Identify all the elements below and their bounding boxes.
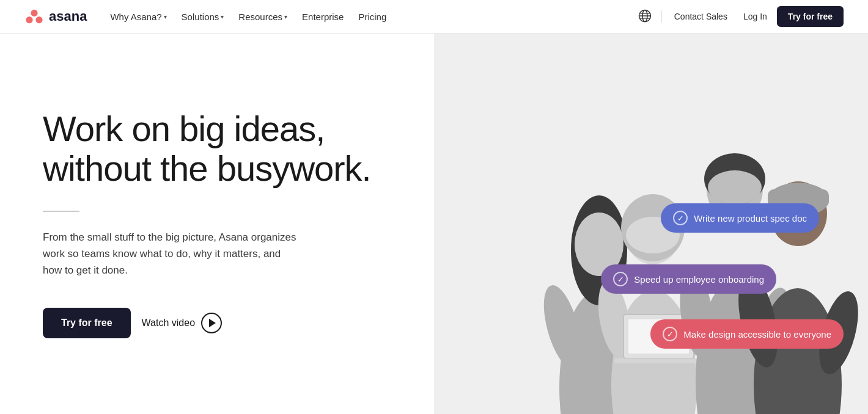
nav-item-resources[interactable]: Resources ▾ [232,8,293,26]
nav-item-pricing[interactable]: Pricing [352,8,392,26]
try-free-button[interactable]: Try for free [43,308,131,338]
login-button[interactable]: Log In [737,8,773,25]
svg-point-2 [35,16,42,23]
hero-divider [43,211,79,212]
globe-icon [638,9,652,23]
nav-divider [661,10,662,23]
navbar: asana Why Asana? ▾ Solutions ▾ Resources… [0,0,868,34]
svg-point-28 [708,170,762,205]
nav-item-why-asana[interactable]: Why Asana? ▾ [104,8,172,26]
task-badge-2: ✓ Speed up employee onboarding [601,264,776,294]
svg-point-1 [26,16,32,23]
hero-section: Work on big ideas, without the busywork.… [0,34,868,414]
chevron-down-icon: ▾ [284,13,287,20]
hero-right: ✓ Write new product spec doc ✓ Speed up … [434,34,868,414]
hero-left: Work on big ideas, without the busywork.… [0,34,434,414]
play-triangle [209,319,216,327]
chevron-down-icon: ▾ [164,13,167,20]
nav-try-free-button[interactable]: Try for free [777,6,844,27]
logo[interactable]: asana [24,7,87,26]
check-icon-2: ✓ [613,272,628,286]
nav-left: asana Why Asana? ▾ Solutions ▾ Resources… [24,7,392,26]
watch-video-button[interactable]: Watch video [142,313,222,333]
play-icon [201,313,222,333]
check-icon-3: ✓ [663,327,677,341]
nav-item-enterprise[interactable]: Enterprise [296,8,350,26]
logo-icon [24,7,44,26]
nav-right: Contact Sales Log In Try for free [634,5,844,28]
logo-text: asana [49,9,87,24]
language-button[interactable] [634,5,655,28]
contact-sales-button[interactable]: Contact Sales [668,8,734,25]
task-badge-1: ✓ Write new product spec doc [661,203,819,233]
check-icon-1: ✓ [673,211,688,225]
svg-point-0 [31,10,37,16]
nav-item-solutions[interactable]: Solutions ▾ [175,8,230,26]
chevron-down-icon: ▾ [221,13,224,20]
hero-headline: Work on big ideas, without the busywork. [43,109,397,189]
task-badge-3: ✓ Make design accessible to everyone [650,319,844,349]
svg-rect-24 [614,358,700,363]
hero-ctas: Try for free Watch video [43,308,397,338]
hero-subtext: From the small stuff to the big picture,… [43,229,300,279]
